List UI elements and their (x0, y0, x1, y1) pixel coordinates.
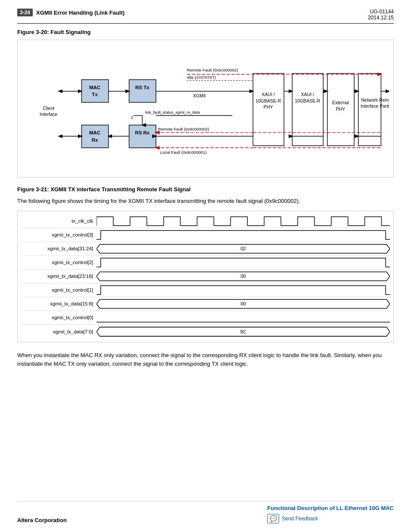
timing-row-data3124: xgmii_tx_data[31:24] 02 (21, 242, 390, 256)
header-left: 3-24 XGMII Error Handling (Link Fault) (17, 9, 125, 16)
svg-text:MAC: MAC (89, 85, 100, 90)
feedback-label: Send Feedback (282, 516, 318, 522)
svg-text:XGMII: XGMII (193, 93, 206, 98)
signal-label-ctrl0: xgmii_tx_control[0] (21, 315, 97, 320)
signal-label-clk: tx_clk_clk (21, 218, 97, 224)
signal-wave-ctrl1 (97, 283, 390, 297)
signal-wave-data70: 9C (97, 325, 390, 339)
svg-text:XAUI /: XAUI / (262, 92, 275, 97)
doc-date: 2014.12.15 (368, 15, 394, 21)
svg-text:link_fault_status_xgmii_rx_dat: link_fault_status_xgmii_rx_data (145, 110, 200, 115)
svg-text:Remote: Remote (379, 97, 389, 103)
svg-text:PHY: PHY (264, 104, 273, 109)
send-feedback-button[interactable]: 💬 Send Feedback (267, 514, 394, 523)
svg-text:Remote Fault (0x9c000002): Remote Fault (0x9c000002) (187, 68, 238, 72)
signal-wave-ctrl2 (97, 256, 390, 269)
svg-text:External: External (332, 100, 349, 105)
page-footer: Altera Corporation Functional Descriptio… (17, 501, 394, 523)
svg-text:MAC: MAC (89, 130, 100, 135)
svg-text:Remote Fault (0x9c000002): Remote Fault (0x9c000002) (158, 127, 209, 131)
timing-row-ctrl0: xgmii_tx_control[0] (21, 311, 390, 325)
svg-text:Network: Network (361, 97, 378, 103)
footer-right: Functional Description of LL Ethernet 10… (267, 505, 394, 523)
timing-row-clk: tx_clk_clk (21, 215, 390, 228)
doc-number: UG-01144 (368, 9, 394, 15)
signal-label-data158: xgmii_tx_data[15:8] (21, 301, 97, 306)
doc-title-link[interactable]: Functional Description of LL Ethernet 10… (267, 505, 394, 511)
signal-wave-clk (97, 215, 390, 228)
svg-text:Interface: Interface (361, 103, 378, 109)
page-header: 3-24 XGMII Error Handling (Link Fault) U… (17, 9, 394, 24)
svg-text:Interface: Interface (40, 112, 57, 117)
svg-text:Rx: Rx (92, 137, 98, 143)
header-title: XGMII Error Handling (Link Fault) (36, 9, 125, 16)
signal-wave-data158: 00 (97, 297, 390, 311)
signal-label-ctrl1: xgmii_tx_control[1] (21, 287, 97, 292)
svg-rect-10 (253, 74, 284, 146)
timing-row-ctrl2: xgmii_tx_control[2] (21, 256, 390, 270)
signal-wave-data3124: 02 (97, 242, 390, 255)
svg-rect-20 (358, 74, 381, 146)
company-name: Altera Corporation (17, 517, 67, 523)
signal-wave-data2316: 00 (97, 270, 390, 283)
svg-rect-6 (129, 80, 156, 103)
svg-rect-0 (81, 80, 108, 103)
svg-text:Local Fault (0x9c000001): Local Fault (0x9c000001) (160, 150, 207, 155)
svg-rect-8 (129, 125, 156, 148)
svg-text:Partner: Partner (380, 103, 389, 109)
svg-rect-14 (292, 74, 323, 146)
timing-row-data2316: xgmii_tx_data[23:16] 00 (21, 270, 390, 283)
figure21-title: Figure 3-21: XGMII TX interface Transmit… (17, 186, 394, 193)
svg-text:PHY: PHY (336, 106, 346, 112)
signal-label-data70: xgmii_tx_data[7:0] (21, 329, 97, 334)
signal-label-data3124: xgmii_tx_data[31:24] (21, 246, 97, 251)
timing-row-data158: xgmii_tx_data[15:8] 00 (21, 297, 390, 311)
svg-text:2: 2 (131, 115, 133, 120)
svg-text:10GBASE-R: 10GBASE-R (295, 98, 321, 103)
timing-row-data70: xgmii_tx_data[7:0] 9C (21, 325, 390, 339)
signal-label-data2316: xgmii_tx_data[23:16] (21, 274, 97, 279)
signal-label-ctrl2: xgmii_tx_control[2] (21, 260, 97, 265)
header-right: UG-01144 2014.12.15 (368, 9, 394, 21)
page: 3-24 XGMII Error Handling (Link Fault) U… (0, 0, 411, 532)
bottom-text: When you instantiate the MAC RX only var… (17, 351, 394, 369)
svg-text:10GBASE-R: 10GBASE-R (255, 98, 281, 103)
timing-row-ctrl1: xgmii_tx_control[1] (21, 283, 390, 297)
signal-wave-ctrl3 (97, 228, 390, 242)
svg-text:Idle (07070707): Idle (07070707) (187, 75, 216, 80)
signal-label-ctrl3: xgmii_tx_control[3] (21, 232, 97, 237)
figure21-description: The following figure shows the timing fo… (17, 197, 394, 205)
svg-rect-3 (81, 125, 108, 148)
signal-wave-ctrl0 (97, 311, 390, 324)
svg-text:RS Rx: RS Rx (135, 130, 149, 135)
svg-text:XAUI /: XAUI / (301, 92, 314, 97)
svg-text:Tx: Tx (92, 92, 98, 97)
svg-text:Client: Client (43, 106, 54, 111)
svg-text:RS Tx: RS Tx (135, 85, 149, 90)
page-number: 3-24 (17, 9, 33, 16)
fault-signaling-diagram: MAC Tx MAC Rx RS Tx RS Rx XAUI / 10GBASE… (17, 40, 394, 177)
fault-diagram-svg: MAC Tx MAC Rx RS Tx RS Rx XAUI / 10GBASE… (22, 49, 389, 168)
feedback-icon: 💬 (267, 514, 279, 523)
figure20-title: Figure 3-20: Fault Signaling (17, 29, 394, 35)
timing-row-ctrl3: xgmii_tx_control[3] (21, 228, 390, 242)
timing-diagram: tx_clk_clk xgmii_tx_control[3] xgmii_tx_… (17, 211, 394, 342)
